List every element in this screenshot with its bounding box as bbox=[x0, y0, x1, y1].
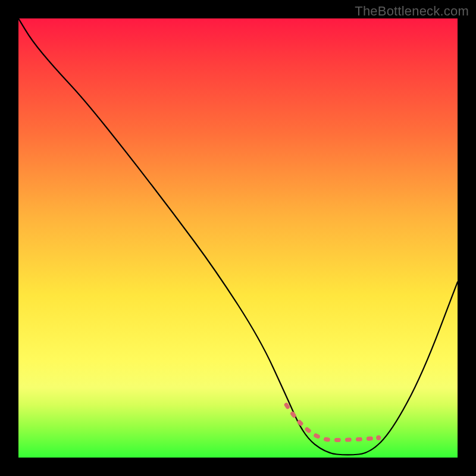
plot-area bbox=[18, 18, 458, 458]
optimal-zone-endpoint bbox=[376, 436, 381, 440]
optimal-zone-marker bbox=[286, 405, 378, 440]
watermark-text: TheBottleneck.com bbox=[355, 4, 469, 19]
bottleneck-curve-svg bbox=[18, 18, 458, 458]
bottleneck-curve bbox=[18, 18, 458, 455]
bottleneck-chart-frame: TheBottleneck.com bbox=[0, 0, 476, 476]
